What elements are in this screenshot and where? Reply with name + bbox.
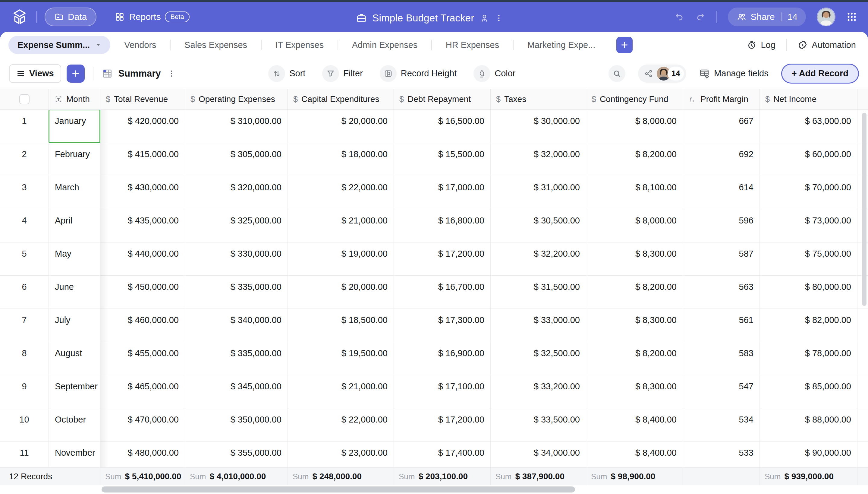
table-cell[interactable]: $ 22,000.00 <box>288 176 394 209</box>
table-cell[interactable]: $ 440,000.00 <box>100 243 185 276</box>
row-number[interactable]: 9 <box>0 375 49 408</box>
table-cell[interactable]: $ 350,000.00 <box>185 408 288 441</box>
table-cell[interactable]: $ 335,000.00 <box>185 342 288 375</box>
search-button[interactable] <box>609 65 625 82</box>
views-button[interactable]: Views <box>9 64 61 83</box>
table-cell[interactable]: $ 70,000.00 <box>760 176 857 209</box>
table-cell[interactable]: $ 16,500.00 <box>394 110 491 142</box>
table-cell[interactable]: March <box>49 176 100 209</box>
redo-icon[interactable] <box>695 12 706 22</box>
table-cell[interactable]: $ 8,300.00 <box>586 375 683 408</box>
table-cell[interactable]: $ 73,000.00 <box>760 209 857 242</box>
table-cell[interactable]: $ 31,000.00 <box>491 176 586 209</box>
table-cell[interactable]: $ 450,000.00 <box>100 276 185 308</box>
footer-aggregate-cell[interactable]: Sum$ 203,100.00 <box>394 468 491 485</box>
table-cell[interactable]: $ 19,500.00 <box>288 342 394 375</box>
table-cell[interactable]: $ 8,400.00 <box>586 408 683 441</box>
table-cell[interactable]: $ 17,000.00 <box>394 176 491 209</box>
table-cell[interactable]: $ 16,900.00 <box>394 342 491 375</box>
color-button[interactable]: Color <box>473 65 515 82</box>
table-cell[interactable]: January <box>49 110 100 142</box>
table-cell[interactable]: 563 <box>683 276 760 308</box>
collaborator-icon[interactable] <box>479 13 489 23</box>
table-cell[interactable]: $ 8,200.00 <box>586 342 683 375</box>
table-cell[interactable]: 547 <box>683 375 760 408</box>
table-cell[interactable]: $ 8,300.00 <box>586 309 683 342</box>
table-cell[interactable]: $ 17,100.00 <box>394 375 491 408</box>
table-cell[interactable]: $ 32,000.00 <box>491 143 586 176</box>
table-tab-sales-expenses[interactable]: Sales Expenses <box>171 40 261 50</box>
row-number[interactable]: 2 <box>0 143 49 176</box>
table-cell[interactable]: $ 22,000.00 <box>288 408 394 441</box>
row-number[interactable]: 4 <box>0 209 49 242</box>
table-cell[interactable]: $ 18,000.00 <box>288 143 394 176</box>
vertical-scrollbar-thumb[interactable] <box>862 113 867 306</box>
table-cell[interactable]: June <box>49 276 100 308</box>
footer-aggregate-cell[interactable]: Sum$ 387,900.00 <box>491 468 586 485</box>
app-grid-icon[interactable] <box>846 12 857 22</box>
table-cell[interactable]: 596 <box>683 209 760 242</box>
row-number[interactable]: 7 <box>0 309 49 342</box>
column-header-profit-margin[interactable]: fxProfit Margin <box>683 89 760 110</box>
record-height-button[interactable]: Record Height <box>380 65 457 82</box>
table-cell[interactable]: November <box>49 441 100 468</box>
table-cell[interactable]: $ 90,000.00 <box>760 441 857 468</box>
table-cell[interactable]: $ 460,000.00 <box>100 309 185 342</box>
user-avatar[interactable] <box>817 7 835 26</box>
share-button[interactable]: Share 14 <box>728 7 806 26</box>
table-cell[interactable]: $ 30,000.00 <box>491 110 586 142</box>
table-cell[interactable]: $ 17,400.00 <box>394 441 491 468</box>
view-name[interactable]: Summary <box>118 68 161 79</box>
table-cell[interactable]: $ 30,500.00 <box>491 209 586 242</box>
manage-fields-button[interactable]: Manage fields <box>699 68 769 79</box>
table-cell[interactable]: $ 325,000.00 <box>185 209 288 242</box>
table-cell[interactable]: $ 330,000.00 <box>185 243 288 276</box>
table-cell[interactable]: February <box>49 143 100 176</box>
table-cell[interactable]: $ 8,200.00 <box>586 276 683 308</box>
column-header-net-income[interactable]: $Net Income <box>760 89 857 110</box>
footer-aggregate-cell[interactable]: Sum$ 248,000.00 <box>288 468 394 485</box>
row-number[interactable]: 1 <box>0 110 49 142</box>
table-cell[interactable]: $ 33,500.00 <box>491 408 586 441</box>
column-header-contingency-fund[interactable]: $Contingency Fund <box>586 89 683 110</box>
table-cell[interactable]: April <box>49 209 100 242</box>
table-cell[interactable]: $ 17,200.00 <box>394 408 491 441</box>
table-tab-it-expenses[interactable]: IT Expenses <box>262 40 338 50</box>
table-cell[interactable]: $ 17,200.00 <box>394 243 491 276</box>
table-cell[interactable]: $ 480,000.00 <box>100 441 185 468</box>
table-cell[interactable]: 667 <box>683 110 760 142</box>
data-nav-button[interactable]: Data <box>45 7 96 26</box>
table-cell[interactable]: May <box>49 243 100 276</box>
table-cell[interactable]: October <box>49 408 100 441</box>
row-number[interactable]: 10 <box>0 408 49 441</box>
table-cell[interactable]: $ 20,000.00 <box>288 276 394 308</box>
column-header-capital-expenditures[interactable]: $Capital Expenditures <box>288 89 394 110</box>
table-cell[interactable]: $ 75,000.00 <box>760 243 857 276</box>
table-cell[interactable]: August <box>49 342 100 375</box>
row-number[interactable]: 11 <box>0 441 49 468</box>
horizontal-scrollbar-thumb[interactable] <box>102 487 575 493</box>
table-cell[interactable]: 692 <box>683 143 760 176</box>
table-cell[interactable]: $ 60,000.00 <box>760 143 857 176</box>
footer-aggregate-cell[interactable]: Sum$ 5,410,000.00 <box>100 468 185 485</box>
footer-aggregate-cell[interactable]: Sum$ 98,900.00 <box>586 468 683 485</box>
reports-nav-button[interactable]: Reports Beta <box>115 12 189 22</box>
table-cell[interactable]: $ 8,400.00 <box>586 441 683 468</box>
column-header-month[interactable]: Month <box>49 89 100 110</box>
table-cell[interactable]: 534 <box>683 408 760 441</box>
table-cell[interactable]: $ 32,500.00 <box>491 342 586 375</box>
table-cell[interactable]: $ 305,000.00 <box>185 143 288 176</box>
table-cell[interactable]: $ 8,000.00 <box>586 209 683 242</box>
table-cell[interactable]: $ 21,000.00 <box>288 209 394 242</box>
table-cell[interactable]: 533 <box>683 441 760 468</box>
table-cell[interactable]: $ 19,000.00 <box>288 243 394 276</box>
table-cell[interactable]: $ 82,000.00 <box>760 309 857 342</box>
table-cell[interactable]: $ 435,000.00 <box>100 209 185 242</box>
undo-icon[interactable] <box>674 12 685 22</box>
view-kebab-icon[interactable] <box>167 70 175 77</box>
table-cell[interactable]: $ 85,000.00 <box>760 375 857 408</box>
table-cell[interactable]: 561 <box>683 309 760 342</box>
row-number[interactable]: 5 <box>0 243 49 276</box>
table-cell[interactable]: $ 8,100.00 <box>586 176 683 209</box>
table-cell[interactable]: $ 32,200.00 <box>491 243 586 276</box>
